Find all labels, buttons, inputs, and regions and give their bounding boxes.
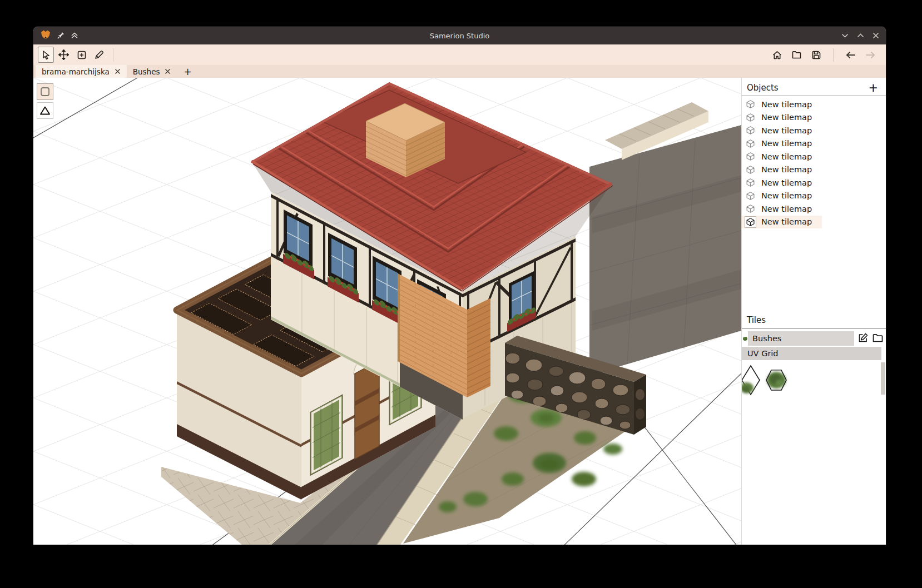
object-label: New tilemap [761,152,812,161]
cube-icon [746,152,755,161]
object-label: New tilemap [761,205,812,213]
collapse-chevrons-icon[interactable] [71,31,78,41]
triangle-shape-button[interactable] [37,102,53,119]
forward-button[interactable] [862,47,878,63]
tileset-folder-button[interactable] [872,333,884,345]
toolbar [33,44,886,65]
object-label: New tilemap [761,139,812,148]
home-button[interactable] [769,47,785,63]
new-tab-button[interactable]: + [177,65,198,78]
close-button[interactable] [873,32,879,39]
scene-canvas[interactable] [33,78,741,545]
object-list-item[interactable]: New tilemap [742,111,886,124]
app-window: Samerion Studio [33,27,886,545]
move-tool-button[interactable] [56,47,72,63]
cursor-icon [43,51,49,59]
triangle-icon [41,107,49,114]
object-list-item[interactable]: New tilemap [742,190,886,203]
select-tool-button[interactable] [38,47,54,63]
object-list-item[interactable]: New tilemap [742,176,886,190]
tiles-title: Tiles [747,315,766,325]
window-title: Samerion Studio [33,32,886,40]
titlebar[interactable]: Samerion Studio [33,27,886,44]
folder-icon [874,334,883,341]
cube-icon [746,178,755,187]
shape-tool-palette [37,83,53,119]
add-tool-button[interactable] [73,47,90,63]
rectangle-shape-button[interactable] [37,83,53,100]
object-list-item-selected[interactable]: New tilemap [742,216,822,229]
object-list-item[interactable]: New tilemap [742,137,886,151]
folder-icon [793,52,801,58]
save-button[interactable] [808,47,824,63]
app-logo-fox-icon [40,30,51,42]
cube-icon [746,217,755,227]
open-folder-button[interactable] [789,47,805,63]
editor-viewport[interactable] [33,78,741,545]
object-label: New tilemap [761,100,812,109]
tab-brama-marchijska[interactable]: brama-marchijska [36,65,127,78]
inspector-panel: Objects + New tilemap New tilemap New ti… [741,78,886,545]
toolbar-divider-2 [833,48,834,62]
shop-door [355,361,379,460]
object-label: New tilemap [761,178,812,187]
add-object-button[interactable]: + [868,84,878,92]
panel-scrollbar[interactable] [881,362,885,395]
edit-tileset-button[interactable] [857,332,869,345]
tab-close-icon[interactable] [115,68,121,74]
bush-dot-icon [742,336,748,341]
tile-thumbnails [742,365,886,397]
toolbar-divider [113,48,113,62]
cube-icon [746,126,755,135]
object-list-item[interactable]: New tilemap [742,98,886,111]
draw-tool-button[interactable] [91,47,107,63]
object-list-item[interactable]: New tilemap [742,150,886,163]
object-label: New tilemap [761,165,812,174]
tile-thumb-hexagon[interactable] [766,370,786,390]
object-list-item[interactable]: New tilemap [742,163,886,177]
cube-icon [746,99,755,109]
plus-icon: + [184,66,191,77]
cube-icon [746,191,755,201]
tab-close-icon[interactable] [165,68,171,74]
object-list-item[interactable]: New tilemap [742,202,886,216]
object-label: New tilemap [761,113,812,122]
minimize-button[interactable] [841,33,849,38]
object-list-item[interactable]: New tilemap [742,124,886,137]
tab-bushes[interactable]: Bushes [127,65,177,78]
cube-icon [746,139,755,148]
objects-title: Objects [747,83,779,93]
objects-list: New tilemap New tilemap New tilemap New … [742,96,886,228]
maximize-button[interactable] [857,33,864,38]
cube-icon [746,113,755,122]
tile-thumb-diamond[interactable] [742,366,760,395]
rectangle-icon [41,88,49,96]
tiles-separator [742,328,886,329]
object-label: New tilemap [761,126,812,135]
back-button[interactable] [842,47,859,63]
object-label: New tilemap [761,217,812,226]
tab-label: brama-marchijska [42,67,110,76]
pencil-icon [96,51,103,58]
cube-icon [746,165,755,175]
edit-icon [860,335,867,342]
objects-header: Objects + [742,78,886,96]
tabbar: brama-marchijska Bushes + [33,65,886,78]
desktop: Samerion Studio [0,0,922,588]
object-label: New tilemap [761,191,812,200]
tiles-section: Tiles Bushes [742,310,886,397]
tileset-uvgrid-row[interactable]: UV Grid [742,347,881,360]
tileset-bushes-row[interactable]: Bushes [742,331,886,346]
tab-label: Bushes [133,67,160,76]
cube-icon [746,204,755,213]
tileset-label: Bushes [752,334,781,343]
pin-icon[interactable] [57,31,65,41]
tileset-label: UV Grid [747,349,779,358]
